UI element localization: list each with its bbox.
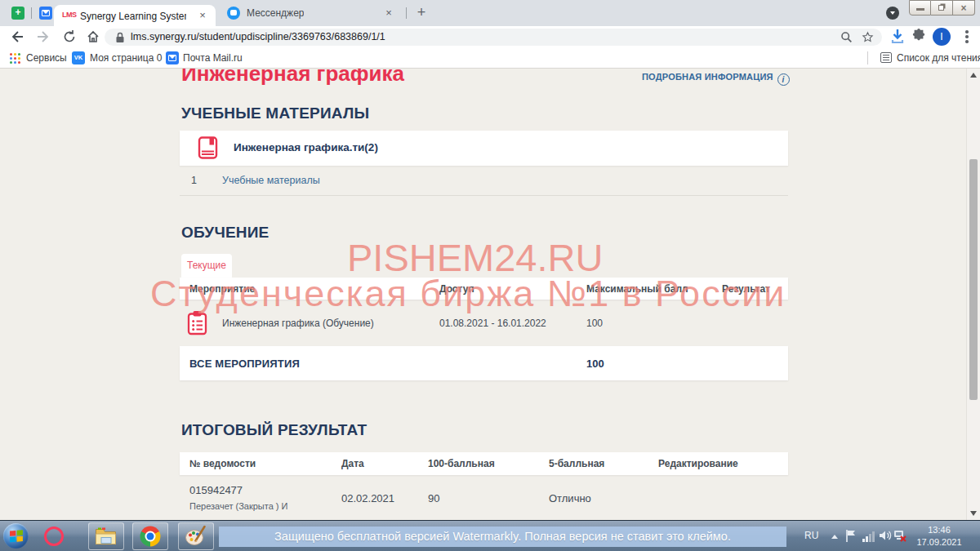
windows-flag-icon xyxy=(9,529,24,544)
materials-heading: УЧЕБНЫЕ МАТЕРИАЛЫ xyxy=(181,104,369,122)
scroll-down-icon[interactable] xyxy=(970,511,977,516)
event-access-dates: 01.08.2021 - 16.01.2022 xyxy=(439,318,546,329)
vk-icon[interactable]: VK xyxy=(72,51,85,64)
result-date: 02.02.2021 xyxy=(341,492,394,504)
paint-palette-icon xyxy=(185,526,207,548)
restore-button[interactable] xyxy=(931,0,953,16)
chrome-taskbar-button[interactable] xyxy=(132,522,168,550)
sheet-note: Перезачет (Закрыта ) И xyxy=(189,501,288,511)
opera-gx-taskbar-icon[interactable] xyxy=(44,527,64,546)
bookmarks-bar: Сервисы VK Моя страница 0 Почта Mail.ru … xyxy=(0,48,980,69)
tab-synergy[interactable]: LMS Synergy Learning System × xyxy=(54,5,216,26)
col-header: Редактирование xyxy=(658,458,738,469)
close-window-button[interactable]: × xyxy=(953,0,975,16)
start-button[interactable] xyxy=(3,523,29,549)
col-header: Максимальный балл xyxy=(586,283,688,295)
bookmark-mail[interactable]: Почта Mail.ru xyxy=(183,52,243,64)
bookmark-services[interactable]: Сервисы xyxy=(26,52,67,64)
reading-list-icon[interactable] xyxy=(880,52,892,63)
tab-current[interactable]: Текущие xyxy=(181,254,232,278)
browser-tab-strip: + LMS Synergy Learning System × Мессендж… xyxy=(0,0,980,26)
mail-icon xyxy=(42,10,50,16)
tab-divider xyxy=(406,7,407,19)
mailru-icon[interactable] xyxy=(166,51,179,64)
taskbar: Защищено бесплатной версией Watermarkly.… xyxy=(0,520,980,551)
materials-card-title[interactable]: Инженерная графика.ти(2) xyxy=(234,141,378,153)
details-link[interactable]: ПОДРОБНАЯ ИНФОРМАЦИЯi xyxy=(642,72,790,86)
download-icon[interactable] xyxy=(890,29,905,45)
col-header: Результат xyxy=(722,283,770,295)
tab-title: Мессенджер xyxy=(247,7,304,19)
close-tab-icon[interactable]: × xyxy=(382,7,395,20)
training-row[interactable]: Инженерная графика (Обучение) 01.08.2021… xyxy=(180,304,788,341)
lms-favicon: LMS xyxy=(62,11,77,19)
reading-list-label[interactable]: Список для чтения xyxy=(897,52,980,64)
scrollbar[interactable] xyxy=(966,69,980,520)
tab-messenger[interactable]: Мессенджер × xyxy=(219,0,402,26)
col-header: Дата xyxy=(341,458,364,469)
materials-card[interactable]: Инженерная графика.ти(2) xyxy=(180,131,788,166)
window-controls: × xyxy=(909,0,975,16)
extensions-puzzle-icon[interactable] xyxy=(911,29,926,43)
clock-date: 17.09.2021 xyxy=(915,536,964,549)
action-center-flag-icon[interactable] xyxy=(844,529,858,543)
clock[interactable]: 13:46 17.09.2021 xyxy=(915,524,964,549)
materials-row: 1 Учебные материалы xyxy=(180,167,788,196)
address-bar[interactable]: lms.synergy.ru/student/updiscipline/3369… xyxy=(105,29,882,46)
bookmark-star-icon[interactable] xyxy=(862,31,874,43)
page-content: Инженерная графика ПОДРОБНАЯ ИНФОРМАЦИЯi… xyxy=(0,69,980,520)
network-disconnected-icon[interactable] xyxy=(893,529,907,543)
all-events-score: 100 xyxy=(586,358,604,370)
col-header: № ведомости xyxy=(189,458,256,469)
info-icon: i xyxy=(777,73,790,86)
final-result-heading: ИТОГОВЫЙ РЕЗУЛЬТАТ xyxy=(181,421,367,439)
profile-avatar[interactable]: I xyxy=(933,28,951,46)
home-icon[interactable] xyxy=(86,29,100,44)
all-events-row: ВСЕ МЕРОПРИЯТИЯ 100 xyxy=(180,346,788,380)
watermark-site: PISHEM24.RU xyxy=(347,235,603,280)
tab-search-button[interactable] xyxy=(886,7,899,20)
language-indicator[interactable]: RU xyxy=(804,530,818,541)
col-header: Доступ xyxy=(439,283,474,295)
lock-icon xyxy=(115,32,125,43)
tray-expand-icon[interactable] xyxy=(831,535,838,539)
score-5: Отлично xyxy=(549,492,591,504)
network-signal-icon[interactable] xyxy=(862,531,875,542)
zoom-icon[interactable] xyxy=(840,31,853,43)
folder-icon xyxy=(95,527,118,546)
reload-icon[interactable] xyxy=(62,29,77,44)
bookmarks-divider xyxy=(867,51,868,64)
col-header: 100-балльная xyxy=(428,458,495,469)
url-text[interactable]: lms.synergy.ru/student/updiscipline/3369… xyxy=(131,31,385,42)
book-icon xyxy=(196,136,220,160)
volume-icon[interactable] xyxy=(879,529,892,542)
materials-link[interactable]: Учебные материалы xyxy=(222,175,320,186)
score-100: 90 xyxy=(428,492,439,504)
col-header: 5-балльная xyxy=(549,458,604,469)
watermarkly-banner: Защищено бесплатной версией Watermarkly.… xyxy=(219,527,786,547)
event-name[interactable]: Инженерная графика (Обучение) xyxy=(222,318,374,329)
discipline-title: Инженерная графика xyxy=(181,69,404,87)
col-header: Мероприятие xyxy=(189,283,255,295)
scrollbar-thumb[interactable] xyxy=(969,159,978,400)
clipboard-icon xyxy=(186,310,208,335)
screen: + LMS Synergy Learning System × Мессендж… xyxy=(0,0,980,551)
explorer-taskbar-button[interactable] xyxy=(88,522,124,550)
minimize-button[interactable] xyxy=(909,0,931,16)
new-tab-button[interactable]: + xyxy=(413,5,430,21)
pinned-tab-mail[interactable] xyxy=(39,7,52,20)
close-tab-icon[interactable]: × xyxy=(196,9,209,22)
messenger-favicon xyxy=(227,7,240,20)
scroll-up-icon[interactable] xyxy=(970,73,977,78)
row-index: 1 xyxy=(191,175,197,186)
paint-taskbar-button[interactable] xyxy=(178,522,214,550)
event-max-score: 100 xyxy=(586,318,603,329)
apps-grid-icon[interactable] xyxy=(10,53,20,64)
back-icon[interactable] xyxy=(10,29,24,44)
final-result-row: 015942477 Перезачет (Закрыта ) И 02.02.2… xyxy=(180,477,788,519)
browser-menu-icon[interactable] xyxy=(965,30,969,45)
forward-icon[interactable] xyxy=(36,29,51,44)
tab-title: Synergy Learning System xyxy=(80,11,186,22)
bookmark-vk-page[interactable]: Моя страница 0 xyxy=(90,52,162,64)
pinned-tab-sheets[interactable]: + xyxy=(11,7,24,20)
